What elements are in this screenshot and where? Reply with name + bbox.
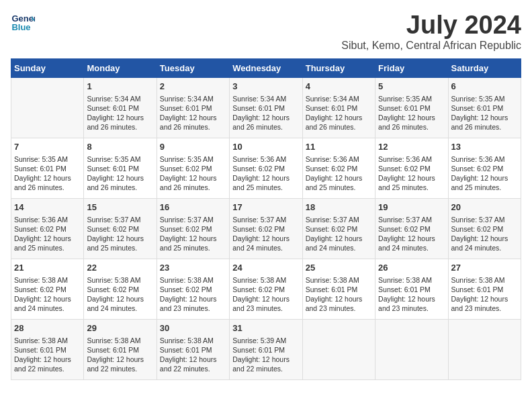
calendar-cell <box>375 320 448 380</box>
cell-content: Sunrise: 5:37 AM Sunset: 6:02 PM Dayligh… <box>232 215 299 253</box>
weekday-header: Tuesday <box>157 59 229 78</box>
logo-icon: General Blue <box>11 11 35 35</box>
weekday-header: Sunday <box>11 59 84 78</box>
calendar-cell: 29Sunrise: 5:38 AM Sunset: 6:01 PM Dayli… <box>84 320 157 380</box>
cell-content: Sunrise: 5:35 AM Sunset: 6:02 PM Dayligh… <box>160 154 226 193</box>
cell-content: Sunrise: 5:36 AM Sunset: 6:02 PM Dayligh… <box>451 154 518 193</box>
day-number: 20 <box>451 201 518 214</box>
day-number: 2 <box>160 81 226 93</box>
day-number: 24 <box>232 262 299 274</box>
day-number: 15 <box>87 201 153 214</box>
calendar-cell: 28Sunrise: 5:38 AM Sunset: 6:01 PM Dayli… <box>11 320 84 380</box>
calendar-cell: 19Sunrise: 5:37 AM Sunset: 6:02 PM Dayli… <box>375 199 448 259</box>
calendar-cell: 27Sunrise: 5:38 AM Sunset: 6:01 PM Dayli… <box>448 259 521 320</box>
day-number: 5 <box>378 81 445 93</box>
cell-content: Sunrise: 5:37 AM Sunset: 6:02 PM Dayligh… <box>451 215 518 253</box>
day-number: 3 <box>232 81 299 93</box>
cell-content: Sunrise: 5:39 AM Sunset: 6:01 PM Dayligh… <box>232 336 299 374</box>
calendar-cell: 22Sunrise: 5:38 AM Sunset: 6:02 PM Dayli… <box>84 259 157 320</box>
calendar-cell: 24Sunrise: 5:38 AM Sunset: 6:02 PM Dayli… <box>230 259 302 320</box>
cell-content: Sunrise: 5:37 AM Sunset: 6:02 PM Dayligh… <box>160 215 226 253</box>
cell-content: Sunrise: 5:34 AM Sunset: 6:01 PM Dayligh… <box>232 94 299 132</box>
day-number: 22 <box>87 262 153 274</box>
calendar-cell <box>302 320 375 380</box>
day-number: 14 <box>14 201 81 214</box>
calendar-cell: 15Sunrise: 5:37 AM Sunset: 6:02 PM Dayli… <box>84 199 157 259</box>
weekday-header: Friday <box>375 59 448 78</box>
weekday-header: Wednesday <box>230 59 302 78</box>
svg-text:Blue: Blue <box>11 22 30 32</box>
cell-content: Sunrise: 5:38 AM Sunset: 6:02 PM Dayligh… <box>14 275 81 314</box>
day-number: 1 <box>87 81 153 93</box>
calendar-cell: 16Sunrise: 5:37 AM Sunset: 6:02 PM Dayli… <box>157 199 229 259</box>
weekday-header: Thursday <box>302 59 375 78</box>
calendar-cell: 30Sunrise: 5:38 AM Sunset: 6:01 PM Dayli… <box>157 320 229 380</box>
day-number: 23 <box>160 262 226 274</box>
cell-content: Sunrise: 5:36 AM Sunset: 6:02 PM Dayligh… <box>378 154 445 193</box>
cell-content: Sunrise: 5:35 AM Sunset: 6:01 PM Dayligh… <box>14 154 81 193</box>
calendar-cell: 26Sunrise: 5:38 AM Sunset: 6:01 PM Dayli… <box>375 259 448 320</box>
cell-content: Sunrise: 5:38 AM Sunset: 6:01 PM Dayligh… <box>451 275 518 314</box>
cell-content: Sunrise: 5:38 AM Sunset: 6:02 PM Dayligh… <box>232 275 299 314</box>
cell-content: Sunrise: 5:37 AM Sunset: 6:02 PM Dayligh… <box>306 215 372 253</box>
cell-content: Sunrise: 5:34 AM Sunset: 6:01 PM Dayligh… <box>306 94 372 132</box>
cell-content: Sunrise: 5:38 AM Sunset: 6:01 PM Dayligh… <box>378 275 445 314</box>
calendar-cell: 13Sunrise: 5:36 AM Sunset: 6:02 PM Dayli… <box>448 138 521 199</box>
day-number: 13 <box>451 141 518 153</box>
title-area: July 2024 Sibut, Kemo, Central African R… <box>341 11 521 52</box>
day-number: 25 <box>306 262 372 274</box>
calendar-week: 28Sunrise: 5:38 AM Sunset: 6:01 PM Dayli… <box>11 320 521 380</box>
calendar-week: 7Sunrise: 5:35 AM Sunset: 6:01 PM Daylig… <box>11 138 521 199</box>
day-number: 26 <box>378 262 445 274</box>
day-number: 9 <box>160 141 226 153</box>
day-number: 8 <box>87 141 153 153</box>
cell-content: Sunrise: 5:36 AM Sunset: 6:02 PM Dayligh… <box>232 154 299 193</box>
location-title: Sibut, Kemo, Central African Republic <box>341 40 521 52</box>
day-number: 10 <box>232 141 299 153</box>
cell-content: Sunrise: 5:38 AM Sunset: 6:02 PM Dayligh… <box>87 275 153 314</box>
day-number: 16 <box>160 201 226 214</box>
cell-content: Sunrise: 5:38 AM Sunset: 6:01 PM Dayligh… <box>14 336 81 374</box>
day-number: 27 <box>451 262 518 274</box>
day-number: 31 <box>232 322 299 334</box>
cell-content: Sunrise: 5:38 AM Sunset: 6:02 PM Dayligh… <box>160 275 226 314</box>
calendar-week: 1Sunrise: 5:34 AM Sunset: 6:01 PM Daylig… <box>11 78 521 138</box>
calendar-cell: 21Sunrise: 5:38 AM Sunset: 6:02 PM Dayli… <box>11 259 84 320</box>
calendar-cell: 4Sunrise: 5:34 AM Sunset: 6:01 PM Daylig… <box>302 78 375 138</box>
calendar-cell <box>11 78 84 138</box>
day-number: 29 <box>87 322 153 334</box>
day-number: 7 <box>14 141 81 153</box>
day-number: 11 <box>306 141 372 153</box>
calendar-cell: 25Sunrise: 5:38 AM Sunset: 6:01 PM Dayli… <box>302 259 375 320</box>
calendar-cell: 12Sunrise: 5:36 AM Sunset: 6:02 PM Dayli… <box>375 138 448 199</box>
calendar-header: SundayMondayTuesdayWednesdayThursdayFrid… <box>11 59 521 78</box>
day-number: 19 <box>378 201 445 214</box>
cell-content: Sunrise: 5:35 AM Sunset: 6:01 PM Dayligh… <box>451 94 518 132</box>
cell-content: Sunrise: 5:34 AM Sunset: 6:01 PM Dayligh… <box>87 94 153 132</box>
cell-content: Sunrise: 5:37 AM Sunset: 6:02 PM Dayligh… <box>87 215 153 253</box>
cell-content: Sunrise: 5:34 AM Sunset: 6:01 PM Dayligh… <box>160 94 226 132</box>
calendar-cell: 14Sunrise: 5:36 AM Sunset: 6:02 PM Dayli… <box>11 199 84 259</box>
day-number: 18 <box>306 201 372 214</box>
cell-content: Sunrise: 5:35 AM Sunset: 6:01 PM Dayligh… <box>378 94 445 132</box>
calendar-cell: 17Sunrise: 5:37 AM Sunset: 6:02 PM Dayli… <box>230 199 302 259</box>
calendar-cell: 10Sunrise: 5:36 AM Sunset: 6:02 PM Dayli… <box>230 138 302 199</box>
calendar-cell: 18Sunrise: 5:37 AM Sunset: 6:02 PM Dayli… <box>302 199 375 259</box>
calendar-week: 14Sunrise: 5:36 AM Sunset: 6:02 PM Dayli… <box>11 199 521 259</box>
day-number: 30 <box>160 322 226 334</box>
day-number: 6 <box>451 81 518 93</box>
day-number: 28 <box>14 322 81 334</box>
calendar-cell: 20Sunrise: 5:37 AM Sunset: 6:02 PM Dayli… <box>448 199 521 259</box>
calendar-cell: 9Sunrise: 5:35 AM Sunset: 6:02 PM Daylig… <box>157 138 229 199</box>
calendar-week: 21Sunrise: 5:38 AM Sunset: 6:02 PM Dayli… <box>11 259 521 320</box>
calendar-cell: 3Sunrise: 5:34 AM Sunset: 6:01 PM Daylig… <box>230 78 302 138</box>
cell-content: Sunrise: 5:36 AM Sunset: 6:02 PM Dayligh… <box>306 154 372 193</box>
month-title: July 2024 <box>341 11 521 40</box>
cell-content: Sunrise: 5:38 AM Sunset: 6:01 PM Dayligh… <box>87 336 153 374</box>
calendar-cell: 11Sunrise: 5:36 AM Sunset: 6:02 PM Dayli… <box>302 138 375 199</box>
calendar-cell <box>448 320 521 380</box>
cell-content: Sunrise: 5:38 AM Sunset: 6:01 PM Dayligh… <box>160 336 226 374</box>
logo: General Blue <box>11 11 35 35</box>
header: General Blue July 2024 Sibut, Kemo, Cent… <box>11 11 521 52</box>
day-number: 12 <box>378 141 445 153</box>
